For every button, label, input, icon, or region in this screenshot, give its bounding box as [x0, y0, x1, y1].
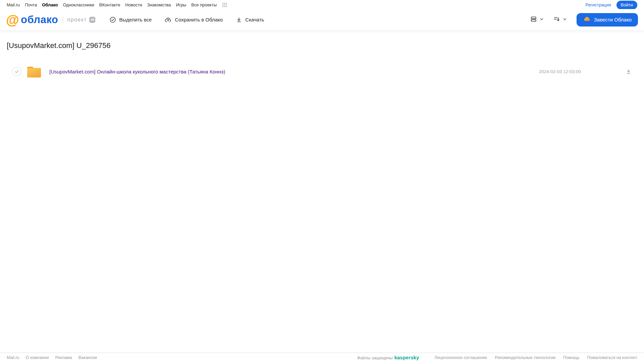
list-view-icon: [530, 15, 538, 24]
view-mode-control[interactable]: [528, 14, 545, 25]
file-list: [UsupovMarket.com] Онлайн-школа кукольно…: [7, 63, 637, 80]
topnav-igry[interactable]: Игры: [176, 2, 186, 7]
portal-topbar: Mail.ru Почта Облако Одноклассники ВКонт…: [0, 0, 644, 9]
row-download-icon[interactable]: [625, 68, 632, 75]
folder-name-link[interactable]: [UsupovMarket.com] Онлайн-школа кукольно…: [49, 69, 225, 74]
footer-license-link[interactable]: Лицензионное соглашение: [435, 355, 487, 360]
topnav-odnoklassniki[interactable]: Одноклассники: [63, 2, 94, 7]
sort-icon: [553, 15, 561, 24]
page-title: [UsupovMarket.com] U_296756: [7, 41, 637, 50]
footer-about-link[interactable]: О компании: [26, 355, 49, 360]
row-checkbox[interactable]: [12, 67, 21, 76]
select-all-button[interactable]: Выделить все: [109, 16, 152, 23]
footer-help-link[interactable]: Помощь: [563, 355, 579, 360]
orange-cloud-icon: [583, 15, 591, 24]
download-label: Скачать: [245, 17, 264, 22]
save-to-cloud-label: Сохранить в Облако: [175, 17, 223, 22]
footer-ads-link[interactable]: Реклама: [55, 355, 72, 360]
topnav-pochta[interactable]: Почта: [25, 2, 37, 7]
download-icon: [236, 16, 242, 23]
logo-divider: [63, 16, 63, 23]
cloud-header: @ облако проект vk Выделить все: [0, 9, 644, 30]
footer-jobs-link[interactable]: Вакансии: [79, 355, 97, 360]
cloud-logo[interactable]: @ облако проект vk: [6, 13, 95, 27]
topnav-oblako[interactable]: Облако: [42, 2, 58, 7]
protected-label: Файлы защищены: [357, 356, 393, 360]
footer-recommendation-link[interactable]: Рекомендательные технологии: [495, 355, 555, 360]
save-to-cloud-button[interactable]: Сохранить в Облако: [164, 16, 223, 23]
cloud-upload-icon: [164, 16, 172, 23]
apps-grid-icon[interactable]: [222, 3, 227, 7]
topnav-novosti[interactable]: Новости: [125, 2, 142, 7]
registration-link[interactable]: Регистрация: [586, 2, 611, 7]
topnav-mailru[interactable]: Mail.ru: [7, 2, 20, 7]
check-circle-icon: [109, 16, 116, 23]
chevron-down-icon: [562, 17, 567, 22]
login-button[interactable]: Войти: [616, 1, 637, 9]
vk-badge-icon: vk: [89, 17, 95, 23]
footer-mailru-link[interactable]: Mail.ru: [7, 355, 19, 360]
sort-control[interactable]: [551, 14, 568, 25]
kaspersky-logo[interactable]: kaspersky: [394, 355, 419, 360]
get-cloud-label: Завести Облако: [594, 17, 632, 22]
header-right-controls: Завести Облако: [528, 13, 638, 27]
topnav-vkontakte[interactable]: ВКонтакте: [99, 2, 120, 7]
file-row[interactable]: [UsupovMarket.com] Онлайн-школа кукольно…: [7, 63, 637, 80]
select-all-label: Выделить все: [119, 17, 152, 22]
kaspersky-protection: Файлы защищены kaspersky: [357, 355, 419, 360]
mailru-at-icon: @: [6, 13, 19, 27]
cloud-logo-text: облако: [21, 14, 58, 26]
download-button[interactable]: Скачать: [236, 16, 264, 23]
topnav-znakomstva[interactable]: Знакомства: [147, 2, 171, 7]
get-cloud-button[interactable]: Завести Облако: [577, 13, 638, 27]
share-toolbar: Выделить все Сохранить в Облако Скачат: [109, 16, 264, 23]
topnav-vse-proekty[interactable]: Все проекты: [191, 2, 217, 7]
file-date: 2024-02-03 12:03:00: [539, 69, 581, 74]
project-label: проект: [67, 17, 87, 23]
footer-report-link[interactable]: Пожаловаться на контент: [587, 355, 637, 360]
page-footer: Mail.ru О компании Реклама Вакансии Файл…: [0, 353, 644, 362]
main-content: [UsupovMarket.com] U_296756: [0, 41, 644, 80]
folder-icon[interactable]: [26, 65, 42, 78]
chevron-down-icon: [539, 17, 544, 22]
